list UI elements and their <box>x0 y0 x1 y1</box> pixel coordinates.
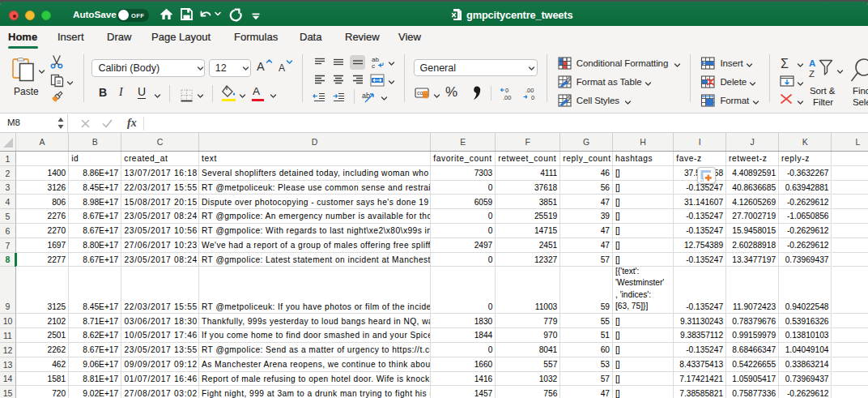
svg-text:co: co <box>417 90 423 96</box>
svg-text:.00: .00 <box>503 94 511 101</box>
svg-text:0: 0 <box>505 87 508 94</box>
svg-text:0: 0 <box>531 94 534 101</box>
svg-text:.00: .00 <box>525 87 534 94</box>
svg-text:c: c <box>372 62 375 69</box>
